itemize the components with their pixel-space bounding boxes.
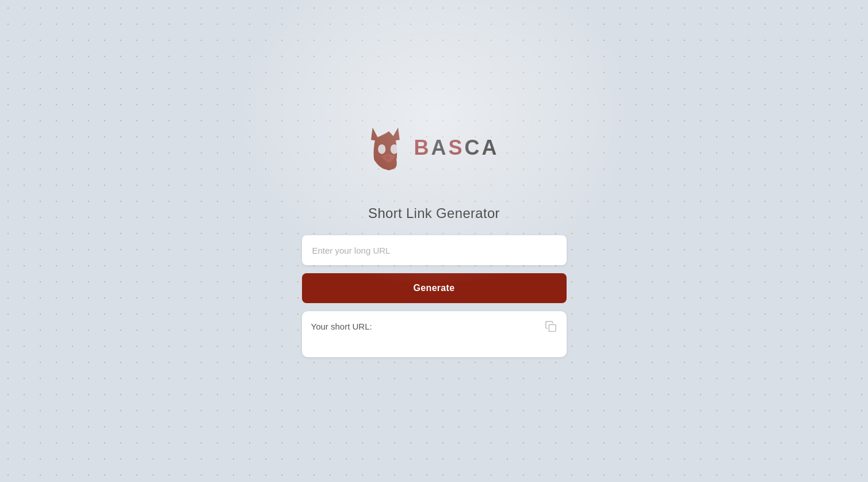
result-box: Your short URL: [302,311,567,357]
copy-icon [545,320,557,333]
logo-letter-s: S [448,136,464,159]
logo-letter-a: A [431,136,448,159]
svg-point-3 [391,144,398,154]
logo-area: BASCA [369,125,499,171]
url-input[interactable] [302,235,567,265]
logo-letter-ca: CA [465,136,499,159]
logo-letter-b: B [414,136,431,159]
svg-point-2 [378,144,386,154]
svg-rect-5 [549,324,556,331]
logo-text: BASCA [414,136,499,160]
basca-logo-icon [369,125,409,171]
generate-button[interactable]: Generate [302,273,567,303]
copy-button[interactable] [545,320,557,335]
page-title: Short Link Generator [368,205,500,221]
main-container: BASCA Short Link Generator Generate Your… [290,125,578,357]
result-label: Your short URL: [311,322,372,331]
